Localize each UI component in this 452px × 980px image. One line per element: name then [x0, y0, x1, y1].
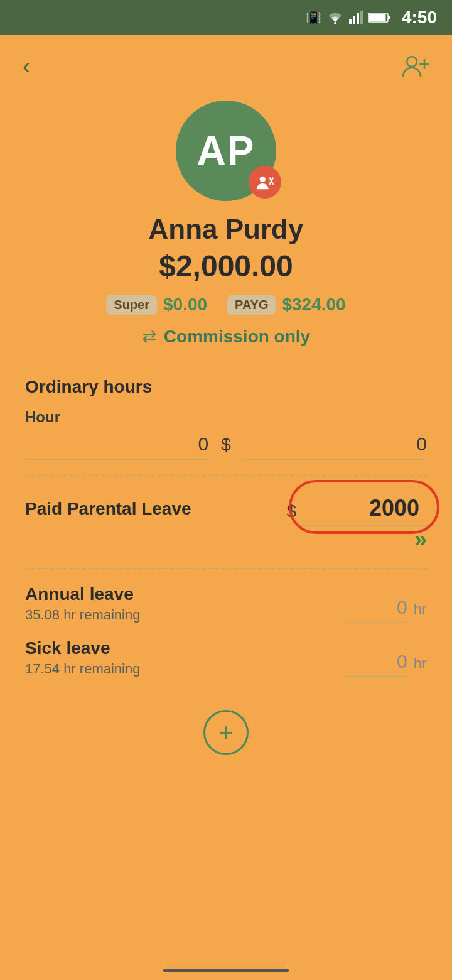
user-amount: $2,000.00: [159, 249, 293, 283]
annual-leave-remaining: 35.08 hr remaining: [25, 607, 345, 623]
svg-rect-3: [357, 13, 359, 24]
sick-leave-row: Sick leave 17.54 hr remaining hr: [25, 638, 427, 677]
commission-icon: ⇄: [142, 326, 156, 347]
dollar-input[interactable]: [244, 430, 427, 460]
sick-leave-input[interactable]: [345, 647, 407, 677]
add-btn-row: +: [0, 682, 452, 780]
add-button[interactable]: +: [203, 710, 249, 755]
back-button[interactable]: ‹: [23, 53, 30, 80]
annual-leave-info: Annual leave 35.08 hr remaining: [25, 584, 345, 623]
status-bar: 📳 4:50: [0, 0, 452, 35]
sick-leave-input-row: hr: [345, 647, 427, 677]
wifi-icon: [326, 11, 344, 24]
svg-rect-7: [388, 16, 390, 19]
super-amount: $0.00: [163, 295, 207, 315]
divider-2: [25, 568, 427, 569]
sick-leave-info: Sick leave 17.54 hr remaining: [25, 638, 345, 677]
dollar-group: [244, 430, 427, 460]
ppl-input-wrapper: [301, 491, 427, 526]
avatar-wrapper: AP: [176, 101, 276, 201]
inactive-badge: [249, 166, 281, 199]
sick-leave-section: Sick leave 17.54 hr remaining hr: [0, 638, 452, 677]
ppl-dollar-prefix: $: [286, 501, 296, 526]
home-indicator: [163, 969, 289, 972]
ordinary-hours-section: Ordinary hours Hour $: [0, 359, 452, 460]
commission-link[interactable]: Commission only: [164, 327, 310, 347]
hour-input[interactable]: [25, 430, 208, 460]
tax-row: Super $0.00 PAYG $324.00: [106, 295, 345, 315]
super-label: Super: [106, 295, 157, 315]
svg-rect-6: [369, 14, 385, 21]
ppl-input[interactable]: [301, 491, 427, 526]
ordinary-hours-title: Ordinary hours: [25, 377, 427, 397]
hour-label: Hour: [25, 408, 208, 426]
user-name: Anna Purdy: [149, 214, 304, 245]
ppl-label: Paid Parental Leave: [25, 499, 191, 519]
ordinary-hours-row: Hour $: [25, 408, 427, 460]
ppl-section: Paid Parental Leave $: [0, 491, 452, 526]
svg-point-11: [260, 177, 266, 182]
avatar-initials: AP: [197, 128, 256, 174]
add-icon: +: [218, 719, 233, 747]
sick-leave-unit: hr: [414, 655, 427, 677]
svg-rect-1: [349, 19, 352, 24]
annual-leave-title: Annual leave: [25, 584, 345, 604]
annual-leave-input-row: hr: [345, 593, 427, 623]
battery-icon: [368, 12, 390, 23]
hour-group: Hour: [25, 408, 208, 460]
sick-leave-title: Sick leave: [25, 638, 345, 658]
status-icons: 📳: [306, 10, 390, 25]
ppl-chevron[interactable]: »: [414, 526, 427, 553]
svg-rect-4: [360, 11, 363, 24]
sick-leave-remaining: 17.54 hr remaining: [25, 661, 345, 677]
payg-label: PAYG: [227, 295, 276, 315]
signal-icon: [349, 11, 363, 24]
add-user-button[interactable]: [402, 53, 429, 80]
svg-point-8: [407, 57, 417, 67]
super-item: Super $0.00: [106, 295, 207, 315]
top-nav: ‹: [0, 35, 452, 90]
dollar-prefix: $: [221, 435, 231, 460]
svg-rect-2: [353, 16, 355, 24]
status-time: 4:50: [402, 8, 437, 28]
divider-1: [25, 475, 427, 476]
svg-point-0: [334, 22, 336, 24]
vibrate-icon: 📳: [306, 10, 321, 25]
payg-item: PAYG $324.00: [227, 295, 346, 315]
annual-leave-section: Annual leave 35.08 hr remaining hr: [0, 584, 452, 623]
ppl-input-row: $: [286, 491, 427, 526]
annual-leave-input[interactable]: [345, 593, 407, 623]
commission-row[interactable]: ⇄ Commission only: [142, 326, 310, 347]
annual-leave-row: Annual leave 35.08 hr remaining hr: [25, 584, 427, 623]
avatar-section: AP Anna Purdy $2,000.00 Super $0.00 PAYG…: [0, 90, 452, 359]
payg-amount: $324.00: [282, 295, 345, 315]
annual-leave-unit: hr: [414, 601, 427, 623]
